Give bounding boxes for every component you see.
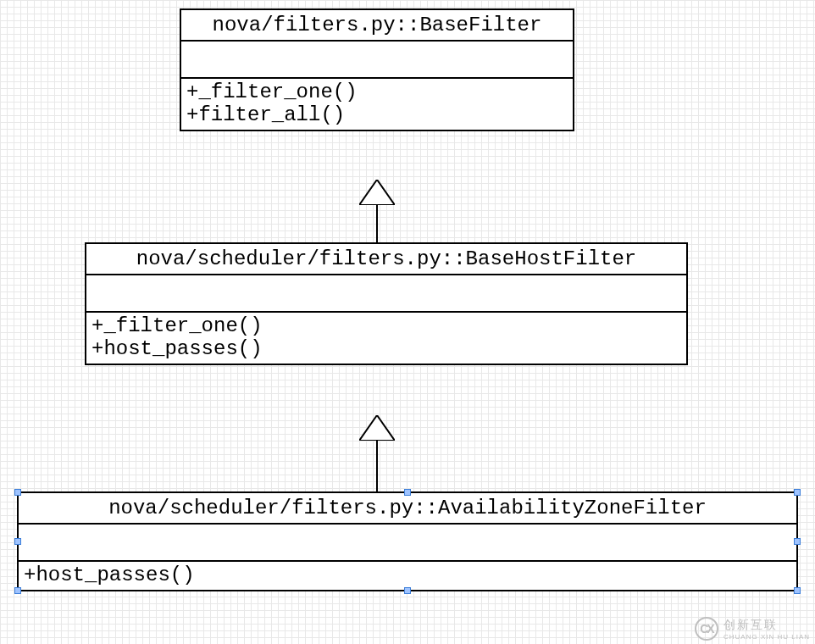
class-operations: +host_passes(): [19, 562, 796, 590]
uml-class-base-filter[interactable]: nova/filters.py::BaseFilter +_filter_one…: [180, 8, 574, 131]
class-title: nova/scheduler/filters.py::BaseHostFilte…: [86, 244, 686, 275]
class-operations: +_filter_one() +filter_all(): [181, 79, 573, 130]
uml-class-availability-zone-filter[interactable]: nova/scheduler/filters.py::AvailabilityZ…: [17, 491, 798, 591]
watermark-brand: 创新互联: [724, 618, 778, 631]
class-attributes: [86, 275, 686, 313]
generalization-line: [376, 205, 378, 242]
resize-handle[interactable]: [794, 587, 801, 594]
resize-handle[interactable]: [14, 489, 21, 496]
class-attributes: [181, 42, 573, 79]
operation: +filter_all(): [186, 103, 568, 126]
watermark-sub: CHUANG XIN HU LIAN: [724, 633, 810, 641]
generalization-arrow-icon: [359, 180, 395, 205]
uml-class-base-host-filter[interactable]: nova/scheduler/filters.py::BaseHostFilte…: [85, 242, 688, 365]
resize-handle[interactable]: [14, 538, 21, 545]
generalization-line: [376, 441, 378, 491]
operation: +_filter_one(): [91, 314, 681, 337]
logo-icon: CX: [695, 617, 718, 641]
resize-handle[interactable]: [14, 587, 21, 594]
svg-marker-0: [359, 180, 395, 205]
resize-handle[interactable]: [794, 538, 801, 545]
class-operations: +_filter_one() +host_passes(): [86, 313, 686, 364]
operation: +host_passes(): [24, 564, 791, 586]
resize-handle[interactable]: [404, 587, 411, 594]
operation: +host_passes(): [91, 337, 681, 360]
class-title: nova/scheduler/filters.py::AvailabilityZ…: [19, 493, 796, 525]
resize-handle[interactable]: [404, 489, 411, 496]
svg-marker-1: [359, 415, 395, 441]
resize-handle[interactable]: [794, 489, 801, 496]
class-attributes: [19, 525, 796, 562]
operation: +_filter_one(): [186, 80, 568, 103]
watermark: CX 创新互联 CHUANG XIN HU LIAN: [695, 617, 810, 641]
class-title: nova/filters.py::BaseFilter: [181, 10, 573, 42]
generalization-arrow-icon: [359, 415, 395, 441]
